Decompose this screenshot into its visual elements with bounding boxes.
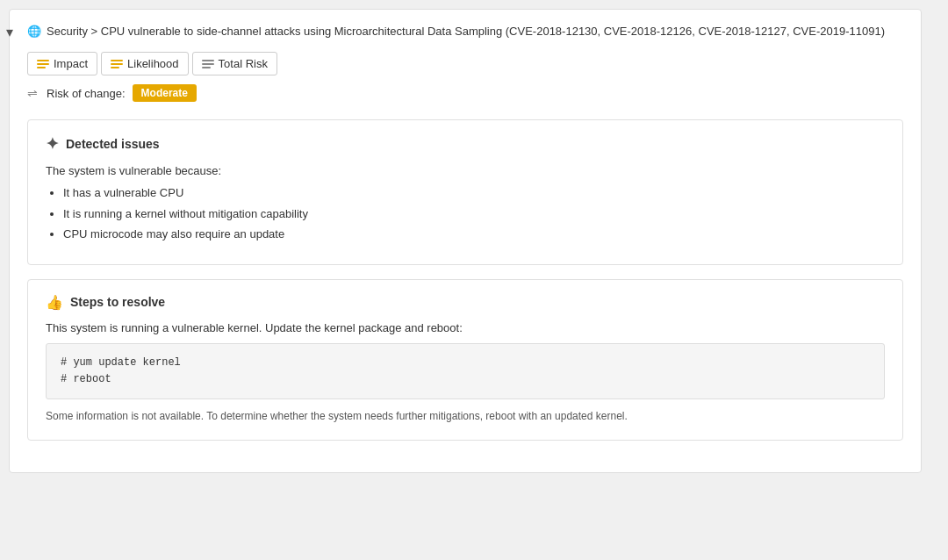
tab-total-risk[interactable]: Total Risk — [192, 52, 277, 75]
list-item: It is running a kernel without mitigatio… — [63, 205, 885, 223]
list-item: It has a vulnerable CPU — [63, 184, 885, 202]
detected-issues-section: ✦ Detected issues The system is vulnerab… — [27, 119, 903, 265]
breadcrumb-text: Security > CPU vulnerable to side-channe… — [47, 24, 885, 39]
risk-badge[interactable]: Moderate — [133, 84, 197, 102]
tab-total-risk-label: Total Risk — [219, 57, 268, 70]
main-card: ▾ 🌐 Security > CPU vulnerable to side-ch… — [9, 9, 922, 473]
thumbsup-icon: 👍 — [46, 294, 63, 311]
security-link[interactable]: Security — [47, 25, 88, 38]
breadcrumb-separator: > — [88, 25, 101, 38]
steps-to-resolve-section: 👍 Steps to resolve This system is runnin… — [27, 279, 903, 441]
resolve-description: This system is running a vulnerable kern… — [46, 321, 885, 334]
tab-impact[interactable]: Impact — [27, 52, 97, 75]
steps-to-resolve-heading: Steps to resolve — [70, 295, 165, 309]
code-block: # yum update kernel # reboot — [46, 343, 885, 399]
code-line-2: # reboot — [61, 371, 870, 388]
tab-likelihood[interactable]: Likelihood — [101, 52, 189, 75]
steps-to-resolve-header: 👍 Steps to resolve — [46, 294, 885, 311]
total-risk-icon — [202, 60, 214, 68]
detected-issues-header: ✦ Detected issues — [46, 134, 885, 154]
tab-likelihood-label: Likelihood — [127, 57, 179, 70]
detected-issues-heading: Detected issues — [66, 137, 160, 151]
footer-note: Some information is not available. To de… — [46, 410, 885, 422]
tab-impact-label: Impact — [54, 57, 88, 70]
detected-issues-icon: ✦ — [46, 134, 59, 154]
breadcrumb-title: CPU vulnerable to side-channel attacks u… — [101, 25, 885, 38]
list-item: CPU microcode may also require an update — [63, 226, 885, 243]
chevron-icon[interactable]: ▾ — [6, 24, 13, 40]
risk-row: ⇌ Risk of change: Moderate — [27, 84, 903, 102]
likelihood-icon — [111, 60, 123, 68]
risk-label: Risk of change: — [47, 87, 126, 100]
detected-issues-description: The system is vulnerable because: — [46, 164, 885, 177]
globe-icon: 🌐 — [27, 25, 41, 38]
issues-list: It has a vulnerable CPU It is running a … — [46, 184, 885, 243]
breadcrumb: 🌐 Security > CPU vulnerable to side-chan… — [27, 24, 903, 39]
tabs-row: Impact Likelihood Total Risk — [27, 52, 903, 75]
impact-icon — [37, 60, 49, 68]
code-line-1: # yum update kernel — [61, 355, 870, 371]
risk-change-icon: ⇌ — [27, 86, 38, 100]
